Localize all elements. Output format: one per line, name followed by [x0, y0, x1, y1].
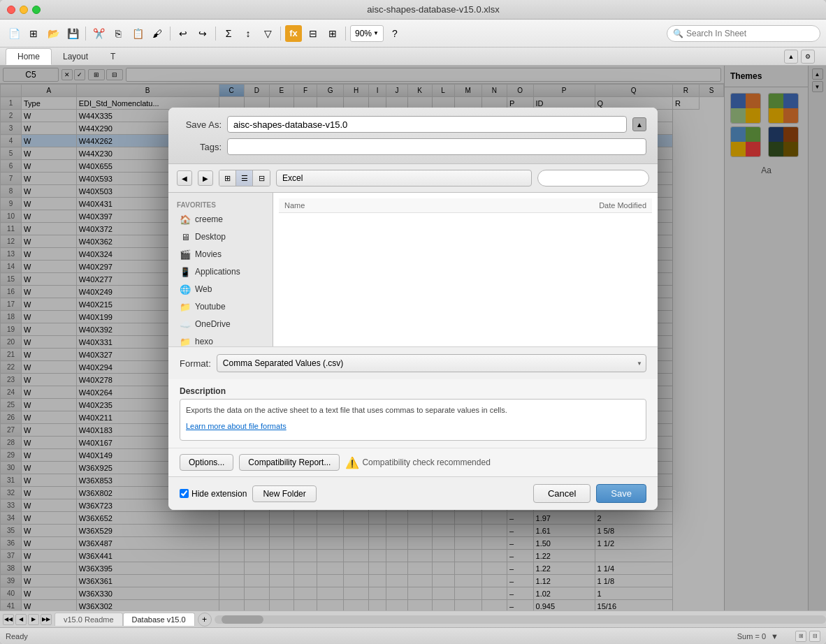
- back-button[interactable]: ◀: [177, 170, 192, 186]
- scroll-prev-icon[interactable]: ◀: [15, 614, 27, 625]
- format-brush-icon[interactable]: 🖌: [149, 25, 166, 42]
- panel-collapse-icon[interactable]: ▲: [784, 50, 798, 64]
- new-file-icon[interactable]: 📄: [6, 25, 22, 42]
- main-area: C5 ✕ ✓ ⊞ ⊟ A B: [0, 66, 826, 610]
- toolbar: 📄 ⊞ 📂 💾 ✂️ ⎘ 📋 🖌 ↩ ↪ Σ ↕ ▽ fx ⊟ ⊞ 90% ▼ …: [0, 20, 826, 47]
- sidebar-item-movies[interactable]: 🎬 Movies: [171, 246, 270, 263]
- normal-view-icon[interactable]: ⊞: [795, 631, 806, 642]
- hide-extension-checkbox[interactable]: Hide extension: [180, 489, 247, 499]
- sidebar-item-hexo[interactable]: 📁 hexo: [171, 333, 270, 346]
- toolbar-sep-3: [215, 27, 216, 41]
- tags-input[interactable]: [227, 138, 646, 155]
- sum-info: Sum = 0 ▼: [737, 632, 778, 641]
- sidebar-item-onedrive[interactable]: ☁️ OneDrive: [171, 316, 270, 332]
- add-sheet-button[interactable]: +: [198, 613, 212, 627]
- save-icon[interactable]: 💾: [64, 25, 81, 42]
- youtube-folder-icon: 📁: [180, 301, 191, 312]
- paste-icon[interactable]: 📋: [129, 25, 146, 42]
- web-icon: 🌐: [180, 284, 191, 295]
- panel-settings-icon[interactable]: ⚙: [801, 50, 815, 64]
- learn-more-link[interactable]: Learn more about file formats: [186, 421, 640, 432]
- options-button[interactable]: Options...: [180, 454, 233, 471]
- copy-icon[interactable]: ⎘: [110, 25, 126, 42]
- sheet-tab-readme[interactable]: v15.0 Readme: [55, 613, 123, 626]
- tab-bar: Home Layout T ▲ ⚙: [0, 47, 826, 66]
- file-name-header: Name: [284, 201, 305, 210]
- hide-extension-check[interactable]: [180, 489, 189, 498]
- tab-t[interactable]: T: [99, 49, 126, 64]
- file-list-area: Name Date Modified: [273, 193, 658, 346]
- sidebar-item-web[interactable]: 🌐 Web: [171, 281, 270, 298]
- sidebar-item-applications[interactable]: 📱 Applications: [171, 263, 270, 280]
- tab-layout[interactable]: Layout: [52, 49, 99, 64]
- tab-home[interactable]: Home: [6, 48, 52, 65]
- dialog-top: Save As: ▲ Tags:: [168, 108, 658, 164]
- description-title: Description: [180, 386, 646, 396]
- sort-icon[interactable]: ↕: [240, 25, 256, 42]
- save-button[interactable]: Save: [596, 484, 646, 503]
- table-format-icon[interactable]: ⊟: [305, 25, 321, 42]
- filter-icon[interactable]: ▽: [259, 25, 276, 42]
- sidebar-item-label-onedrive: OneDrive: [195, 319, 231, 329]
- ready-status: Ready: [6, 632, 28, 641]
- sum-label: Sum = 0: [737, 632, 766, 641]
- cut-icon[interactable]: ✂️: [90, 25, 107, 42]
- format-select-wrapper: Comma Separated Values (.csv) Excel Work…: [217, 354, 646, 372]
- columns-view-button[interactable]: ⊟: [253, 170, 270, 186]
- scroll-right-icon[interactable]: ▶▶: [41, 614, 52, 625]
- cancel-button[interactable]: Cancel: [533, 484, 590, 503]
- function-icon[interactable]: fx: [285, 25, 302, 42]
- sheet-tab-database[interactable]: Database v15.0: [123, 613, 195, 626]
- view-controls: ⊞ ⊟: [795, 631, 820, 642]
- forward-button[interactable]: ▶: [198, 170, 213, 186]
- description-text: Exports the data on the active sheet to …: [186, 406, 507, 414]
- redo-icon[interactable]: ↪: [194, 25, 211, 42]
- sidebar-item-label-applications: Applications: [195, 267, 240, 277]
- scroll-next-icon[interactable]: ▶: [28, 614, 39, 625]
- sum-dropdown-icon[interactable]: ▼: [771, 632, 778, 641]
- close-button[interactable]: [7, 6, 15, 14]
- format-select[interactable]: Comma Separated Values (.csv) Excel Work…: [217, 354, 646, 372]
- search-box-toolbar[interactable]: 🔍: [667, 25, 820, 42]
- search-files-input[interactable]: [537, 170, 649, 186]
- dialog-body: FAVORITES 🏠 creeme 🖥 Desktop 🎬 Movies: [168, 193, 658, 346]
- search-icon: 🔍: [673, 29, 683, 38]
- maximize-button[interactable]: [32, 6, 41, 14]
- options-row: Options... Compatibility Report... ⚠️ Co…: [168, 448, 658, 476]
- location-select[interactable]: Excel Documents Desktop: [276, 170, 532, 186]
- sidebar-item-label-web: Web: [195, 284, 212, 294]
- dialog-nav-row: ◀ ▶ ⊞ ☰ ⊟ Excel Documents Desktop: [168, 164, 658, 193]
- help-icon[interactable]: ?: [386, 25, 403, 42]
- page-layout-icon[interactable]: ⊟: [809, 631, 820, 642]
- sidebar-item-desktop[interactable]: 🖥 Desktop: [171, 228, 270, 245]
- dialog-sidebar: FAVORITES 🏠 creeme 🖥 Desktop 🎬 Movies: [168, 193, 273, 346]
- sidebar-item-creeme[interactable]: 🏠 creeme: [171, 211, 270, 228]
- sidebar-item-label-youtube: Youtube: [195, 302, 226, 312]
- new-folder-button[interactable]: New Folder: [252, 485, 316, 502]
- compat-warning: ⚠️ Compatibility check recommended: [345, 456, 490, 469]
- table-icon[interactable]: ⊞: [25, 25, 42, 42]
- sum-icon[interactable]: Σ: [220, 25, 237, 42]
- traffic-lights: [7, 6, 41, 14]
- filename-input[interactable]: [227, 116, 627, 133]
- sheet-tabs-bar: ◀◀ ◀ ▶ ▶▶ v15.0 Readme Database v15.0 +: [0, 610, 826, 627]
- scroll-nav: ◀◀ ◀ ▶ ▶▶: [0, 614, 55, 625]
- toolbar-sep-4: [280, 27, 281, 41]
- toolbar-sep-5: [345, 27, 346, 41]
- group-icon[interactable]: ⊞: [324, 25, 341, 42]
- save-as-row: Save As: ▲: [180, 116, 646, 133]
- scroll-left-icon[interactable]: ◀◀: [3, 614, 14, 625]
- list-view-button[interactable]: ☰: [236, 170, 253, 186]
- expand-path-button[interactable]: ▲: [632, 117, 646, 131]
- zoom-value: 90%: [355, 29, 372, 38]
- open-icon[interactable]: 📂: [45, 25, 61, 42]
- zoom-control[interactable]: 90% ▼: [350, 25, 384, 42]
- search-input[interactable]: [686, 29, 814, 38]
- bottom-area: ◀◀ ◀ ▶ ▶▶ v15.0 Readme Database v15.0 + …: [0, 610, 826, 644]
- minimize-button[interactable]: [20, 6, 28, 14]
- horizontal-scrollbar[interactable]: [215, 615, 826, 624]
- undo-icon[interactable]: ↩: [175, 25, 191, 42]
- icon-view-button[interactable]: ⊞: [219, 170, 236, 186]
- sidebar-item-youtube[interactable]: 📁 Youtube: [171, 298, 270, 315]
- compat-button[interactable]: Compatibility Report...: [239, 454, 340, 471]
